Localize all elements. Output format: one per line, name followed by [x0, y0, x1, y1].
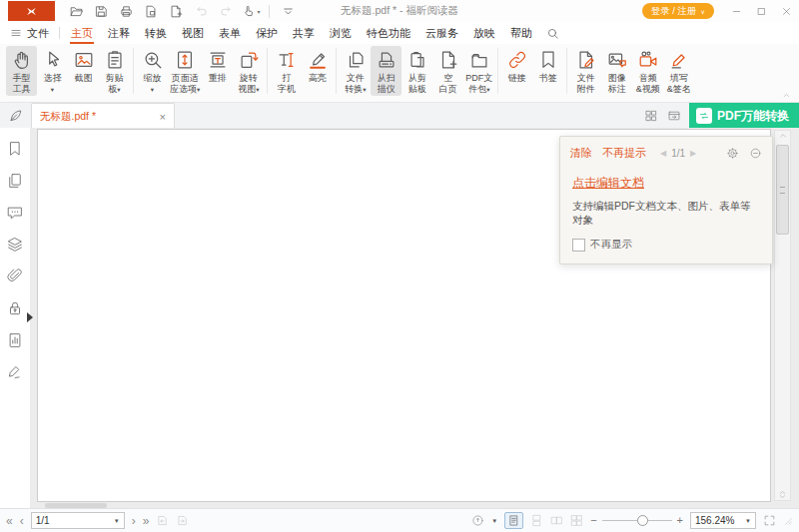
from-clipboard-button[interactable]: 从剪 贴板 [401, 46, 432, 96]
menu-tab-protect[interactable]: 保护 [255, 22, 279, 44]
fill-sign-button[interactable]: 填写 &签名 [663, 46, 694, 96]
document-tab[interactable]: 无标题.pdf * × [31, 103, 175, 129]
close-button[interactable] [774, 1, 799, 21]
zoom-out-button[interactable]: − [590, 515, 596, 526]
menu-tab-form[interactable]: 表单 [218, 22, 242, 44]
scanner-icon [376, 49, 398, 71]
security-panel-button[interactable] [6, 299, 24, 317]
zoom-slider[interactable] [602, 520, 672, 521]
vertical-scrollbar-thumb[interactable] [776, 145, 789, 235]
highlight-button[interactable]: 高亮 [302, 46, 333, 96]
scroll-options-icon[interactable] [775, 490, 790, 499]
next-page-button[interactable]: › [132, 515, 136, 527]
single-page-view-button[interactable] [504, 512, 523, 529]
facing-view-button[interactable] [550, 514, 563, 527]
zoom-level-dropdown[interactable]: 156.24% ▼ [690, 512, 756, 529]
main-area: 清除 不再提示 ◀ 1/1 ▶ 点击编辑文档 支持编辑PDF文档文本、图片、表单… [0, 128, 799, 509]
last-page-button[interactable]: » [143, 515, 150, 527]
menu-tab-comment[interactable]: 注释 [107, 22, 131, 44]
prev-page-button[interactable]: ‹ [20, 515, 24, 527]
vertical-scrollbar[interactable] [774, 130, 791, 501]
customize-toolbar-button[interactable] [277, 2, 299, 20]
facing-continuous-view-button[interactable] [570, 514, 583, 527]
hand-icon [11, 49, 33, 71]
maximize-button[interactable] [749, 1, 774, 21]
menu-tab-share[interactable]: 共享 [292, 22, 316, 44]
bookmark-button[interactable]: 书签 [532, 46, 563, 96]
portfolio-button[interactable]: PDF文 件包▾ [463, 46, 494, 96]
signature-panel-button[interactable] [6, 363, 24, 381]
image-annot-button[interactable]: 图像 标注 [601, 46, 632, 96]
blank-page-button[interactable]: 空 白页 [432, 46, 463, 96]
print-button[interactable] [115, 2, 137, 20]
touch-select-button[interactable]: ▾ [240, 2, 262, 20]
resize-grip-icon[interactable] [783, 516, 793, 526]
snapshot-button[interactable]: 截图 [68, 46, 99, 96]
zoom-button[interactable]: 缩放 ▾ [137, 46, 168, 96]
menu-tab-convert[interactable]: 转换 [144, 22, 168, 44]
minimize-button[interactable] [724, 1, 749, 21]
next-view-button[interactable] [176, 514, 189, 527]
menu-tab-view[interactable]: 视图 [181, 22, 205, 44]
save-button[interactable] [90, 2, 112, 20]
link-button[interactable]: 链接 [501, 46, 532, 96]
select-button[interactable]: 选择 ▾ [37, 46, 68, 96]
login-register-button[interactable]: 登录 / 注册 ∨ [642, 3, 714, 19]
first-page-button[interactable]: « [6, 515, 13, 527]
export-page-button[interactable] [140, 2, 162, 20]
popup-next-icon[interactable]: ▶ [690, 149, 696, 158]
open-button[interactable] [65, 2, 87, 20]
reflow-button[interactable]: 重排 [202, 46, 233, 96]
typewriter-button[interactable]: 打 字机 [271, 46, 302, 96]
popup-prev-icon[interactable]: ◀ [660, 149, 666, 158]
file-attach-button[interactable]: 文件 附件 [570, 46, 601, 96]
menu-tab-home[interactable]: 主页 [70, 22, 94, 44]
gear-icon[interactable] [726, 147, 739, 160]
menu-tab-cloud[interactable]: 云服务 [424, 22, 459, 44]
hamburger-icon [10, 27, 22, 39]
file-menu-button[interactable]: 文件 [10, 26, 49, 41]
menu-tab-features[interactable]: 特色功能 [366, 22, 411, 44]
pan-mode-button[interactable] [471, 514, 484, 527]
bookmark-panel-button[interactable] [6, 140, 24, 158]
layers-panel-button[interactable] [6, 236, 24, 254]
undo-button[interactable] [190, 2, 212, 20]
convert-file-button[interactable]: 文件 转换▾ [340, 46, 371, 96]
sidebar-expand-handle[interactable] [27, 312, 33, 322]
menu-tab-browse[interactable]: 浏览 [329, 22, 353, 44]
hand-button[interactable]: 手型 工具 [6, 46, 37, 96]
edit-quill-button[interactable] [0, 103, 31, 129]
menu-tab-present[interactable]: 放映 [472, 22, 496, 44]
menu-tab-help[interactable]: 帮助 [509, 22, 533, 44]
pdf-convert-button[interactable]: PDF万能转换 [689, 103, 799, 129]
popup-dont-remind-button[interactable]: 不再提示 [602, 146, 646, 161]
attachments-panel-button[interactable] [6, 267, 24, 285]
continuous-view-button[interactable] [530, 514, 543, 527]
search-button[interactable] [546, 27, 559, 40]
collapse-ribbon-button[interactable] [782, 91, 791, 100]
add-page-button[interactable] [165, 2, 187, 20]
rotate-view-button[interactable]: 旋转 视图▾ [233, 46, 264, 96]
fit-page-button[interactable]: 页面适 应选项▾ [168, 46, 202, 96]
redo-button[interactable] [215, 2, 237, 20]
close-tab-icon[interactable]: × [160, 111, 166, 123]
pages-panel-button[interactable] [6, 172, 24, 190]
audio-video-button[interactable]: 音频 &视频 [632, 46, 663, 96]
collapse-popup-icon[interactable] [749, 147, 762, 160]
dont-show-checkbox[interactable] [572, 239, 585, 252]
edit-document-link[interactable]: 点击编辑文档 [572, 175, 644, 192]
scroll-up-icon[interactable] [775, 132, 790, 140]
switch-tab-button[interactable] [662, 105, 685, 128]
clipboard-button[interactable]: 剪贴 板▾ [99, 46, 130, 96]
zoom-slider-thumb[interactable] [637, 515, 648, 526]
zoom-in-button[interactable]: + [677, 515, 683, 526]
comments-panel-button[interactable] [6, 204, 24, 222]
scanner-button[interactable]: 从扫 描仪 [371, 46, 401, 96]
popup-clear-button[interactable]: 清除 [570, 146, 592, 161]
chevron-down-icon[interactable]: ▼ [491, 518, 497, 524]
fields-panel-button[interactable] [6, 331, 24, 349]
grid-view-button[interactable] [639, 105, 662, 128]
previous-view-button[interactable] [156, 514, 169, 527]
fullscreen-button[interactable] [763, 514, 776, 527]
page-number-dropdown[interactable]: 1/1 ▼ [31, 512, 125, 529]
